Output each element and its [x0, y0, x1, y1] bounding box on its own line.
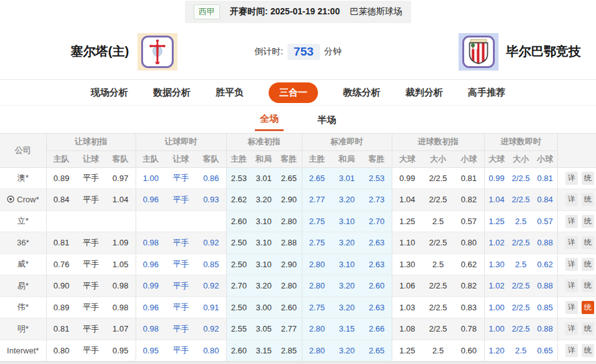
odds-cell-standard_live-2: 3.15: [332, 318, 362, 340]
period-tabs: 全场半场: [0, 106, 596, 133]
home-team: 塞尔塔(主): [71, 33, 177, 71]
odds-cell-standard_live-3: 2.65: [362, 340, 392, 362]
nav-tab-7[interactable]: 高手推荐: [468, 87, 505, 99]
odds-cell-standard_initial-3: 2.85: [276, 340, 302, 362]
odds-cell-goals_initial-3: 0.82: [454, 275, 484, 297]
odds-cell-goals_initial-2: 2.5: [422, 210, 454, 232]
odds-cell-handicap_initial-2: 平手: [76, 167, 106, 189]
odds-cell-handicap_live-2: [166, 210, 196, 232]
sub-header-3-1: 主胜: [226, 150, 251, 167]
odds-cell-goals_initial-3: 0.83: [454, 297, 484, 318]
stats-button[interactable]: 统: [582, 193, 594, 206]
away-team: 毕尔巴鄂竞技: [459, 33, 581, 71]
company-name: Crow*: [17, 195, 39, 204]
odds-cell-goals_initial-1: 1.10: [392, 232, 422, 254]
odds-cell-standard_live-3: 2.66: [362, 318, 392, 340]
bilbao-crest-icon: [462, 36, 495, 68]
nav-tab-5[interactable]: 教练分析: [343, 87, 380, 99]
odds-cell-goals_live-1: 0.99: [484, 167, 509, 189]
odds-cell-goals_initial-2: 2/2.5: [422, 232, 454, 254]
company-cell[interactable]: 立*: [0, 210, 46, 232]
odds-cell-handicap_initial-1: 0.76: [46, 253, 76, 275]
odds-cell-standard_initial-2: 3.20: [251, 189, 276, 211]
odds-cell-goals_live-1: 1.02: [484, 232, 509, 254]
odds-cell-standard_live-1: 2.80: [302, 318, 332, 340]
stats-button[interactable]: 统: [582, 236, 594, 249]
odds-cell-standard_initial-2: 3.10: [251, 253, 276, 275]
detail-button[interactable]: 详: [565, 301, 578, 314]
odds-cell-handicap_live-1: 0.98: [136, 232, 166, 254]
odds-cell-handicap_initial-3: 1.07: [106, 318, 136, 340]
odds-cell-handicap_initial-2: 平手: [76, 297, 106, 318]
odds-cell-handicap_live-1: 0.98: [136, 318, 166, 340]
detail-button[interactable]: 详: [565, 236, 578, 249]
company-cell[interactable]: 澳*: [0, 167, 46, 189]
detail-button[interactable]: 详: [565, 344, 578, 357]
odds-cell-standard_live-1: 2.77: [302, 189, 332, 211]
history-cell: 详统: [557, 167, 596, 189]
odds-cell-goals_live-2: 2.5: [509, 253, 533, 275]
history-cell: 详统: [557, 297, 596, 318]
company-name: Interwet*: [7, 346, 39, 355]
col-header-company: 公司: [0, 134, 46, 167]
company-cell[interactable]: 伟*: [0, 297, 46, 318]
stats-button[interactable]: 统: [582, 322, 594, 335]
company-cell[interactable]: Interwet*: [0, 340, 46, 362]
stats-button[interactable]: 统: [582, 258, 594, 271]
nav-tab-2[interactable]: 数据分析: [153, 87, 191, 99]
nav-tab-6[interactable]: 裁判分析: [405, 87, 443, 99]
detail-button[interactable]: 详: [565, 193, 578, 206]
col-group-5: 进球数初指: [392, 134, 484, 150]
col-group-2: 让球即时: [136, 134, 226, 150]
company-cell[interactable]: 威*: [0, 253, 46, 275]
detail-button[interactable]: 详: [565, 172, 578, 185]
odds-cell-standard_live-2: 3.10: [332, 210, 362, 232]
kickoff-time: 开赛时间: 2025-01-19 21:00: [230, 6, 340, 17]
company-cell[interactable]: Crow*: [0, 189, 46, 211]
odds-cell-standard_initial-1: 2.50: [226, 297, 251, 318]
odds-cell-goals_initial-2: 2.5: [422, 253, 454, 275]
period-tab-2[interactable]: 半场: [312, 109, 341, 130]
odds-cell-handicap_initial-1: 0.89: [46, 297, 76, 318]
history-cell: 详统: [557, 232, 596, 254]
stats-button[interactable]: 统: [582, 215, 594, 228]
odds-cell-handicap_live-1: 1.00: [136, 167, 166, 189]
detail-button[interactable]: 详: [565, 258, 578, 271]
company-cell[interactable]: 明*: [0, 318, 46, 340]
detail-button[interactable]: 详: [565, 215, 578, 228]
nav-tab-4[interactable]: 三合一: [269, 82, 318, 103]
stats-button[interactable]: 统: [582, 344, 594, 357]
odds-cell-handicap_live-1: 0.96: [136, 189, 166, 211]
history-cell: 详统: [557, 189, 596, 211]
detail-button[interactable]: 详: [565, 279, 578, 292]
odds-cell-handicap_initial-3: 0.95: [106, 340, 136, 362]
detail-button[interactable]: 详: [565, 322, 578, 335]
odds-cell-handicap_live-3: 0.92: [196, 318, 226, 340]
company-cell[interactable]: 易*: [0, 275, 46, 297]
odds-row-Crow: Crow*0.84平手1.040.96平手0.932.623.202.902.7…: [0, 189, 596, 211]
countdown: 倒计时: 753 分钟: [254, 44, 342, 60]
countdown-value: 753: [287, 44, 320, 60]
odds-cell-standard_initial-2: 3.10: [251, 232, 276, 254]
odds-cell-handicap_live-3: 0.91: [196, 297, 226, 318]
company-cell[interactable]: 36*: [0, 232, 46, 254]
stats-button[interactable]: 统: [582, 172, 594, 185]
sub-header-2-2: 让球: [166, 150, 196, 167]
nav-tab-3[interactable]: 胜平负: [216, 87, 244, 99]
odds-cell-handicap_initial-2: 平手: [76, 253, 106, 275]
period-tab-1[interactable]: 全场: [255, 107, 284, 131]
odds-cell-goals_live-3: 0.85: [533, 297, 557, 318]
stats-button[interactable]: 统: [582, 301, 594, 314]
odds-cell-goals_initial-1: 1.03: [392, 297, 422, 318]
odds-cell-goals_initial-3: 0.78: [454, 318, 484, 340]
odds-cell-standard_live-1: 2.75: [302, 210, 332, 232]
odds-cell-handicap_live-3: 0.92: [196, 275, 226, 297]
stats-button[interactable]: 统: [582, 279, 594, 292]
nav-tab-1[interactable]: 现场分析: [91, 87, 128, 99]
odds-cell-standard_initial-3: 2.90: [276, 253, 302, 275]
main-nav-tabs: 现场分析数据分析胜平负三合一教练分析裁判分析高手推荐: [0, 79, 596, 106]
history-cell: 详统: [557, 253, 596, 275]
kickoff-label: 开赛时间:: [230, 6, 268, 16]
sub-header-6-3: 小球: [533, 150, 557, 167]
odds-cell-handicap_initial-2: [76, 210, 106, 232]
